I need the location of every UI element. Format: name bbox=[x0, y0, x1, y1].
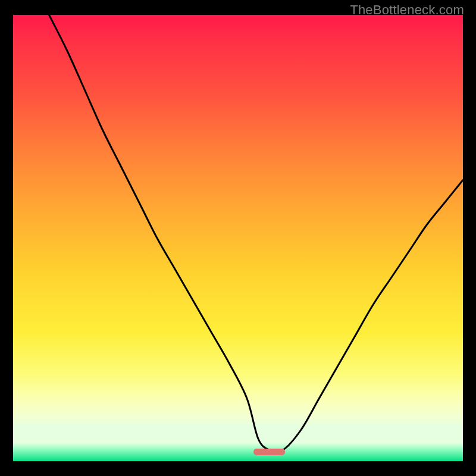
bottleneck-curve bbox=[49, 15, 463, 452]
watermark-text: TheBottleneck.com bbox=[350, 2, 464, 18]
chart-frame: TheBottleneck.com bbox=[0, 0, 476, 476]
minimum-marker bbox=[253, 449, 285, 455]
curve-svg bbox=[13, 15, 463, 461]
plot-area bbox=[13, 15, 463, 461]
